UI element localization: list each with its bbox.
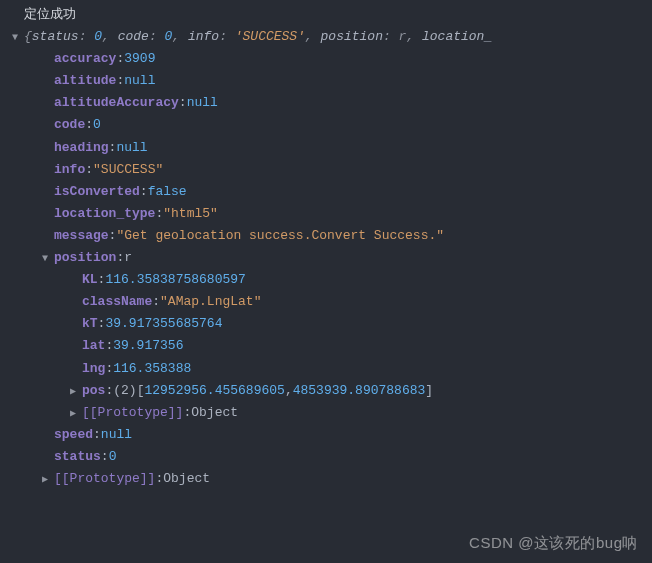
prop-location-type: location_type: "html5" — [8, 203, 652, 225]
prop-position-lng: lng: 116.358388 — [8, 358, 652, 380]
prop-speed: speed: null — [8, 424, 652, 446]
object-summary-row[interactable]: {status: 0, code: 0, info: 'SUCCESS', po… — [8, 26, 652, 48]
prop-position-classname: className: "AMap.LngLat" — [8, 291, 652, 313]
prop-position-prototype[interactable]: [[Prototype]]: Object — [8, 402, 652, 424]
expand-toggle-icon[interactable] — [12, 29, 24, 46]
prop-altitude: altitude: null — [8, 70, 652, 92]
prop-position-pos[interactable]: pos: (2) [12952956.455689605, 4853939.89… — [8, 380, 652, 402]
expand-toggle-icon[interactable] — [70, 383, 82, 400]
prop-altitude-accuracy: altitudeAccuracy: null — [8, 92, 652, 114]
prop-position-kt: kT: 39.917355685764 — [8, 313, 652, 335]
prop-position[interactable]: position: r — [8, 247, 652, 269]
console-log-message: 定位成功 — [8, 4, 652, 26]
prop-accuracy: accuracy: 3909 — [8, 48, 652, 70]
expand-toggle-icon[interactable] — [42, 471, 54, 488]
prop-position-lat: lat: 39.917356 — [8, 335, 652, 357]
prop-position-kl: KL: 116.35838758680597 — [8, 269, 652, 291]
prop-isconverted: isConverted: false — [8, 181, 652, 203]
prop-prototype[interactable]: [[Prototype]]: Object — [8, 468, 652, 490]
prop-message: message: "Get geolocation success.Conver… — [8, 225, 652, 247]
prop-info: info: "SUCCESS" — [8, 159, 652, 181]
prop-heading: heading: null — [8, 137, 652, 159]
expand-toggle-icon[interactable] — [42, 250, 54, 267]
prop-status: status: 0 — [8, 446, 652, 468]
object-summary-preview: {status: 0, code: 0, info: 'SUCCESS', po… — [24, 26, 492, 48]
expand-toggle-icon[interactable] — [70, 405, 82, 422]
prop-code: code: 0 — [8, 114, 652, 136]
watermark: CSDN @这该死的bug呐 — [469, 530, 638, 556]
